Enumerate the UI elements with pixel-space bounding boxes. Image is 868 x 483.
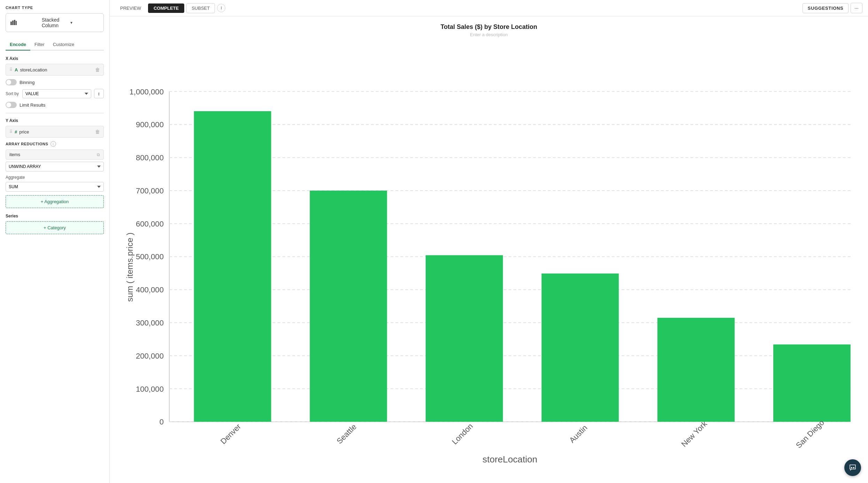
right-panel: PREVIEW COMPLETE SUBSET i SUGGESTIONS ··… bbox=[110, 0, 868, 483]
bar-seattle bbox=[310, 191, 387, 422]
svg-rect-0 bbox=[10, 22, 12, 25]
suggestions-button[interactable]: SUGGESTIONS bbox=[803, 3, 849, 13]
svg-rect-1 bbox=[12, 21, 14, 25]
array-method-select[interactable]: UNWIND ARRAY SUM AVG MIN MAX bbox=[6, 162, 104, 171]
limit-results-label: Limit Results bbox=[20, 102, 45, 108]
svg-rect-3 bbox=[16, 21, 17, 25]
svg-text:0: 0 bbox=[160, 417, 164, 426]
y-axis-label: Y Axis bbox=[6, 118, 104, 123]
svg-text:300,000: 300,000 bbox=[136, 319, 164, 327]
info-button[interactable]: i bbox=[217, 4, 225, 12]
series-section: Series + Category bbox=[6, 214, 104, 234]
svg-text:600,000: 600,000 bbox=[136, 220, 164, 228]
bar-sandiego bbox=[773, 344, 851, 422]
chart-container: sum ( items.price ) 0 100,000 200,000 30… bbox=[120, 44, 858, 476]
bar-denver bbox=[194, 111, 271, 422]
x-axis-delete-icon[interactable]: 🗑 bbox=[95, 67, 100, 72]
array-reductions-title: ARRAY REDUCTIONS bbox=[6, 142, 48, 146]
bar-london bbox=[426, 255, 503, 422]
array-reductions-header: ARRAY REDUCTIONS i bbox=[6, 141, 104, 147]
chart-type-section-title: CHART TYPE bbox=[6, 6, 104, 10]
series-label: Series bbox=[6, 214, 104, 219]
svg-text:1,000,000: 1,000,000 bbox=[129, 87, 164, 96]
svg-text:200,000: 200,000 bbox=[136, 352, 164, 360]
svg-text:800,000: 800,000 bbox=[136, 153, 164, 162]
svg-text:100,000: 100,000 bbox=[136, 385, 164, 393]
tab-encode[interactable]: Encode bbox=[6, 39, 30, 51]
aggregate-select[interactable]: SUM AVG COUNT MIN MAX bbox=[6, 182, 104, 192]
binning-label: Binning bbox=[20, 80, 34, 85]
tab-filter[interactable]: Filter bbox=[30, 39, 49, 51]
svg-text:900,000: 900,000 bbox=[136, 120, 164, 129]
x-axis-field-type-icon: A bbox=[15, 67, 18, 72]
binning-toggle[interactable] bbox=[6, 79, 17, 85]
tab-subset[interactable]: SUBSET bbox=[186, 3, 215, 13]
binning-toggle-row: Binning bbox=[6, 79, 104, 85]
y-axis-field-type-icon: # bbox=[15, 129, 17, 135]
tab-customize[interactable]: Customize bbox=[49, 39, 78, 51]
svg-rect-2 bbox=[14, 20, 15, 25]
limit-results-toggle-row: Limit Results bbox=[6, 102, 104, 108]
y-axis-delete-icon[interactable]: 🗑 bbox=[95, 129, 100, 135]
chart-type-chevron-icon: ▾ bbox=[70, 20, 99, 25]
sort-select[interactable]: VALUE LABEL CUSTOM bbox=[22, 89, 91, 98]
array-reductions-info-icon[interactable]: i bbox=[51, 141, 56, 147]
svg-text:Denver: Denver bbox=[219, 422, 243, 446]
array-item-label: items bbox=[9, 152, 20, 157]
chart-type-selector[interactable]: Stacked Column ▾ bbox=[6, 13, 104, 32]
sort-row: Sort by VALUE LABEL CUSTOM ↕ bbox=[6, 89, 104, 98]
more-options-button[interactable]: ··· bbox=[851, 3, 862, 13]
chart-type-label: Stacked Column bbox=[42, 17, 71, 28]
tab-complete[interactable]: COMPLETE bbox=[148, 3, 184, 13]
tab-preview[interactable]: PREVIEW bbox=[115, 3, 146, 13]
svg-text:400,000: 400,000 bbox=[136, 285, 164, 294]
array-item-row: items ⧉ bbox=[6, 150, 104, 160]
aggregate-label: Aggregate bbox=[6, 175, 104, 180]
chart-description[interactable]: Enter a description bbox=[470, 32, 507, 37]
svg-text:500,000: 500,000 bbox=[136, 252, 164, 261]
add-category-button[interactable]: + Category bbox=[6, 221, 104, 234]
chart-title: Total Sales ($) by Store Location bbox=[441, 23, 537, 31]
bar-chart-svg: sum ( items.price ) 0 100,000 200,000 30… bbox=[120, 44, 858, 476]
bar-newyork bbox=[657, 318, 735, 422]
x-axis-drag-handle-icon: ⠿ bbox=[9, 67, 13, 72]
chart-type-icon bbox=[10, 20, 39, 26]
svg-text:Austin: Austin bbox=[568, 423, 589, 445]
x-axis-label-text: storeLocation bbox=[482, 454, 537, 465]
svg-text:New York: New York bbox=[680, 419, 709, 449]
top-bar: PREVIEW COMPLETE SUBSET i SUGGESTIONS ··… bbox=[110, 0, 868, 16]
chart-area: Total Sales ($) by Store Location Enter … bbox=[110, 16, 868, 483]
left-panel: CHART TYPE Stacked Column ▾ Encode Filte… bbox=[0, 0, 110, 483]
limit-results-toggle[interactable] bbox=[6, 102, 17, 108]
array-copy-icon[interactable]: ⧉ bbox=[97, 152, 100, 157]
svg-point-34 bbox=[851, 467, 852, 468]
bar-austin bbox=[542, 274, 619, 422]
encode-tabs: Encode Filter Customize bbox=[6, 39, 104, 51]
y-axis-label-text: sum ( items.price ) bbox=[125, 232, 134, 302]
x-axis-field-row: ⠿ A storeLocation 🗑 bbox=[6, 64, 104, 76]
y-axis-field-name: price bbox=[19, 129, 95, 135]
svg-text:San Diego: San Diego bbox=[794, 418, 826, 450]
y-axis-drag-handle-icon: ⠿ bbox=[9, 129, 13, 134]
chat-button[interactable] bbox=[844, 459, 861, 476]
add-aggregation-button[interactable]: + Aggregation bbox=[6, 195, 104, 208]
y-axis-field-row: ⠿ # price 🗑 bbox=[6, 126, 104, 138]
sort-label: Sort by bbox=[6, 91, 19, 96]
sort-order-button[interactable]: ↕ bbox=[94, 89, 104, 98]
svg-point-35 bbox=[853, 467, 854, 468]
x-axis-field-name: storeLocation bbox=[20, 67, 95, 72]
svg-text:Seattle: Seattle bbox=[335, 422, 358, 445]
divider-1 bbox=[6, 113, 104, 113]
svg-text:700,000: 700,000 bbox=[136, 186, 164, 195]
x-axis-label: X Axis bbox=[6, 56, 104, 61]
svg-text:London: London bbox=[450, 422, 475, 446]
